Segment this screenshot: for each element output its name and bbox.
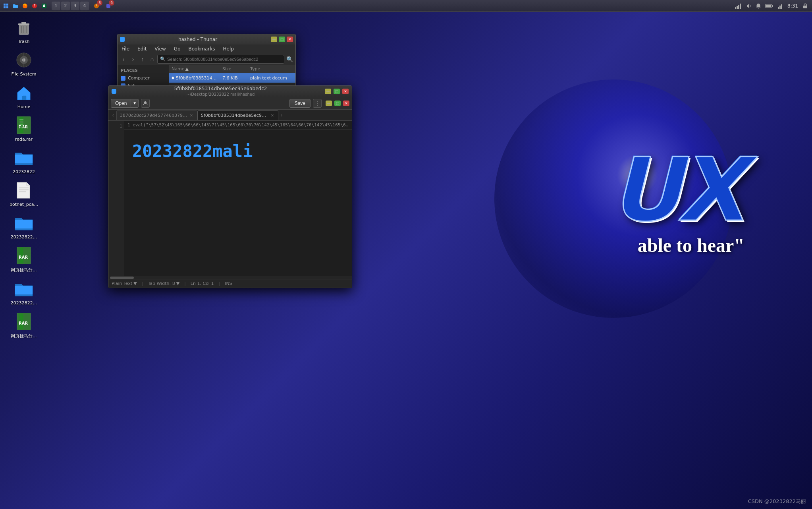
statusbar-tabwidth[interactable]: Tab Width: 8 ▼ xyxy=(148,281,179,286)
desktop-icon-rada-rar[interactable]: RAR rada.rar xyxy=(6,116,42,142)
thunar-minimize-btn[interactable]: — xyxy=(271,37,277,42)
thunar-search-btn[interactable]: 🔍 xyxy=(285,55,294,64)
code-line: 1 eval("\57\52\45\165\66\66\143\71\45\16… xyxy=(124,121,352,130)
sidebar-computer-label: Computer xyxy=(128,75,150,81)
taskbar-left: F A 1 2 3 4 ! 3 xyxy=(0,2,113,10)
taskbar-icon-firefox[interactable] xyxy=(21,2,29,10)
thunar-menu-edit[interactable]: Edit xyxy=(136,45,148,52)
taskbar-badge-item-1[interactable]: ! 3 xyxy=(92,2,101,10)
user-icon-btn[interactable] xyxy=(141,99,150,108)
thunar-window: hashed - Thunar — □ ✕ File Edit View Go … xyxy=(117,34,296,91)
editor-tab-1[interactable]: 3870c28cc279d457746b3796a262f166 ✕ xyxy=(116,110,197,120)
editor-maximize-btn[interactable]: □ xyxy=(334,89,340,94)
tray-lock-icon[interactable] xyxy=(802,3,809,9)
table-row[interactable]: 5f0b8bf0385314dbe0e5ec95e6abedc2 7.6 KiB… xyxy=(169,73,295,83)
statusbar-format[interactable]: Plain Text ▼ xyxy=(112,281,137,286)
taskbar-tab-2[interactable]: 2 xyxy=(61,2,70,10)
thunar-menu-view[interactable]: View xyxy=(153,45,167,52)
desktop-icon-rar-2[interactable]: RAR 网页挂马分... xyxy=(6,312,42,339)
line-numbers: 1 xyxy=(108,121,124,276)
editor-close-btn[interactable]: ✕ xyxy=(342,89,349,94)
desktop-icon-folder-2[interactable]: 20232822... xyxy=(6,213,42,240)
col-type-header[interactable]: Type xyxy=(248,66,295,72)
editor-scrollbar[interactable] xyxy=(108,276,352,279)
file-name-cell: 5f0b8bf0385314dbe0e5ec95e6abedc2 xyxy=(169,75,220,81)
open-button[interactable]: Open xyxy=(111,99,131,108)
thunar-close-btn[interactable]: ✕ xyxy=(287,37,293,42)
tray-volume-icon[interactable] xyxy=(745,3,753,9)
svg-rect-3 xyxy=(6,6,8,8)
thunar-window-title: hashed - Thunar xyxy=(126,37,269,42)
format-dropdown-arrow: ▼ xyxy=(133,281,137,286)
col-size-header[interactable]: Size xyxy=(220,66,248,72)
editor-tb-close[interactable]: ✕ xyxy=(343,101,349,106)
taskbar: F A 1 2 3 4 ! 3 xyxy=(0,0,812,12)
svg-rect-17 xyxy=(766,5,771,7)
editor-tb-max[interactable]: □ xyxy=(334,101,341,106)
taskbar-tab-4[interactable]: 4 xyxy=(80,2,89,10)
editor-text-area[interactable]: 1 eval("\57\52\45\165\66\66\143\71\45\16… xyxy=(124,121,352,276)
taskbar-icon-4[interactable]: A xyxy=(40,2,48,10)
search-icon: 🔍 xyxy=(160,56,166,62)
computer-icon xyxy=(121,76,125,81)
desktop-icon-botnet[interactable]: botnet_pca... xyxy=(6,181,42,207)
svg-rect-22 xyxy=(803,6,807,8)
tab-2-close[interactable]: ✕ xyxy=(270,113,275,118)
thunar-up-btn[interactable]: ↑ xyxy=(138,55,147,64)
thunar-search-box[interactable]: 🔍 xyxy=(157,55,284,64)
col-name-header[interactable]: Name ▲ xyxy=(169,66,220,72)
thunar-sidebar-computer[interactable]: Computer xyxy=(118,74,169,82)
taskbar-tab-3[interactable]: 3 xyxy=(71,2,79,10)
desktop-icon-folder-3[interactable]: 20232822... xyxy=(6,279,42,306)
editor-minimize-btn[interactable]: — xyxy=(325,89,331,94)
ux-logo: UX xyxy=(610,139,741,241)
taskbar-badge-item-2[interactable]: 6 xyxy=(104,2,113,10)
svg-rect-40 xyxy=(19,124,23,125)
thunar-menu-bookmarks[interactable]: Bookmarks xyxy=(187,45,216,52)
thunar-menu-help[interactable]: Help xyxy=(222,45,235,52)
taskbar-icon-1[interactable] xyxy=(2,2,10,10)
tray-bars-icon xyxy=(734,3,743,9)
folder-2-label: 20232822... xyxy=(9,234,39,240)
thunar-menubar: File Edit View Go Bookmarks Help xyxy=(118,45,295,53)
editor-tab-2[interactable]: 5f0b8bf0385314dbe0e5ec95e6abedc2 ✕ xyxy=(197,110,278,120)
svg-rect-12 xyxy=(735,7,736,9)
tray-bell-icon[interactable] xyxy=(754,3,762,9)
desktop-icon-folder-1[interactable]: 20232822 xyxy=(6,148,42,175)
desktop-icon-rar-1[interactable]: RAR 网页挂马分... xyxy=(6,246,42,273)
thunar-maximize-btn[interactable]: □ xyxy=(279,37,285,42)
scrollbar-thumb[interactable] xyxy=(110,277,134,279)
taskbar-icon-3[interactable]: F xyxy=(30,2,39,10)
open-dropdown-btn[interactable]: ▼ xyxy=(131,99,139,108)
botnet-label: botnet_pca... xyxy=(8,201,40,207)
svg-rect-41 xyxy=(19,126,23,128)
thunar-search-input[interactable] xyxy=(167,57,282,62)
thunar-home-btn[interactable]: ⌂ xyxy=(148,55,156,64)
tab-next-btn[interactable]: › xyxy=(278,110,285,120)
editor-tb-min[interactable]: — xyxy=(326,101,332,106)
thunar-menu-file[interactable]: File xyxy=(120,45,131,52)
svg-rect-15 xyxy=(740,4,741,9)
editor-content-area: 1 1 eval("\57\52\45\165\66\66\143\71\45\… xyxy=(108,121,352,276)
svg-rect-13 xyxy=(737,6,738,9)
svg-text:RAR: RAR xyxy=(19,255,28,259)
watermark: CSDN @20232822马丽 xyxy=(748,498,806,505)
save-button[interactable]: Save xyxy=(289,99,311,108)
taskbar-icon-files[interactable] xyxy=(11,2,20,10)
editor-titlebar: 5f0b8bf0385314dbe0e5ec95e6abedc2 ~/Deskt… xyxy=(108,86,352,97)
tab-prev-btn[interactable]: ‹ xyxy=(110,110,116,120)
thunar-menu-go[interactable]: Go xyxy=(172,45,182,52)
desktop-icon-home[interactable]: Home xyxy=(6,83,42,110)
file-icon-botnet xyxy=(14,181,33,200)
thunar-back-btn[interactable]: ‹ xyxy=(119,55,128,64)
open-button-group: Open ▼ xyxy=(111,99,139,108)
desktop-icon-trash[interactable]: Trash xyxy=(6,18,42,45)
tab-1-close[interactable]: ✕ xyxy=(189,113,194,118)
thunar-toolbar: ‹ › ↑ ⌂ 🔍 🔍 xyxy=(118,53,295,65)
editor-menu-btn[interactable]: ⋮ xyxy=(313,99,322,108)
file-type-cell: plain text docum xyxy=(248,75,295,81)
trash-icon xyxy=(14,18,33,37)
taskbar-tab-1[interactable]: 1 xyxy=(52,2,60,10)
desktop-icon-filesystem[interactable]: File System xyxy=(6,50,42,77)
thunar-forward-btn[interactable]: › xyxy=(129,55,137,64)
